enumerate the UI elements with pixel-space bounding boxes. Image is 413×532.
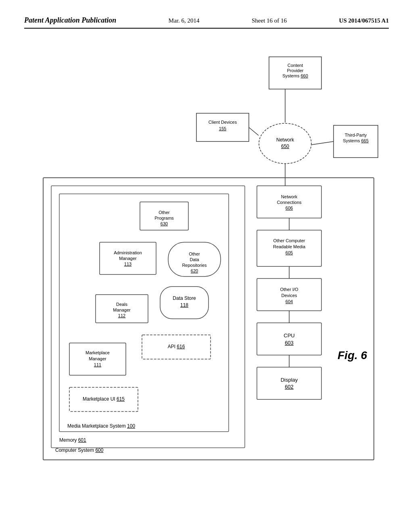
svg-text:Display: Display xyxy=(281,377,298,383)
svg-text:Media Marketplace System 100: Media Marketplace System 100 xyxy=(67,423,135,429)
svg-text:113: 113 xyxy=(124,262,131,266)
svg-text:605: 605 xyxy=(286,250,293,255)
svg-text:Memory 601: Memory 601 xyxy=(59,437,86,443)
svg-text:Repositories: Repositories xyxy=(182,263,207,268)
svg-text:Third-Party: Third-Party xyxy=(345,133,367,137)
svg-text:111: 111 xyxy=(94,362,101,367)
svg-text:Fig. 6: Fig. 6 xyxy=(338,349,367,362)
svg-text:Manager: Manager xyxy=(89,356,106,361)
svg-text:155: 155 xyxy=(219,126,226,131)
svg-text:Network: Network xyxy=(276,137,294,143)
header-date: Mar. 6, 2014 xyxy=(169,17,200,24)
svg-text:API 616: API 616 xyxy=(168,344,185,349)
svg-text:Manager: Manager xyxy=(113,308,131,312)
svg-text:Manager: Manager xyxy=(119,256,137,261)
svg-text:Systems 665: Systems 665 xyxy=(343,138,369,143)
svg-text:Other: Other xyxy=(189,251,200,256)
svg-text:650: 650 xyxy=(281,143,289,149)
svg-text:620: 620 xyxy=(191,268,198,273)
svg-text:Readable Media: Readable Media xyxy=(273,244,306,249)
svg-text:Network: Network xyxy=(281,194,298,199)
svg-text:630: 630 xyxy=(161,221,168,226)
header: Patent Application Publication Mar. 6, 2… xyxy=(24,16,389,29)
svg-text:Administration: Administration xyxy=(114,250,142,255)
svg-text:Marketplace: Marketplace xyxy=(86,350,110,355)
svg-line-15 xyxy=(312,141,334,145)
svg-text:Marketplace UI 615: Marketplace UI 615 xyxy=(83,396,125,402)
svg-rect-17 xyxy=(43,178,374,460)
svg-text:Deals: Deals xyxy=(116,302,128,307)
header-sheet: Sheet 16 of 16 xyxy=(252,17,287,24)
svg-text:Programs: Programs xyxy=(154,216,174,220)
svg-text:Other I/O: Other I/O xyxy=(280,287,298,292)
svg-text:118: 118 xyxy=(180,302,188,308)
svg-text:602: 602 xyxy=(285,384,294,390)
svg-text:Devices: Devices xyxy=(281,293,297,298)
svg-rect-0 xyxy=(269,57,321,89)
svg-text:Data Store: Data Store xyxy=(173,295,196,301)
header-patent: US 2014/067515 A1 xyxy=(339,17,389,24)
svg-text:603: 603 xyxy=(285,340,294,346)
diagram-svg: Content Provider Systems 660 Third-Party… xyxy=(31,41,382,484)
svg-text:Other Computer: Other Computer xyxy=(273,238,305,243)
svg-text:CPU: CPU xyxy=(284,332,294,339)
svg-text:Other: Other xyxy=(159,210,170,215)
header-title: Patent Application Publication xyxy=(24,16,116,25)
svg-text:Connections: Connections xyxy=(277,200,302,205)
svg-text:604: 604 xyxy=(286,299,293,304)
page: Patent Application Publication Mar. 6, 2… xyxy=(0,0,413,532)
svg-text:Provider: Provider xyxy=(287,68,304,73)
svg-text:Content: Content xyxy=(288,63,303,68)
svg-text:Data: Data xyxy=(190,257,199,262)
svg-line-14 xyxy=(249,127,259,135)
svg-text:Client Devices: Client Devices xyxy=(209,120,237,125)
diagram-area: Content Provider Systems 660 Third-Party… xyxy=(31,41,382,484)
svg-rect-64 xyxy=(257,323,321,355)
svg-text:112: 112 xyxy=(118,313,125,318)
svg-rect-67 xyxy=(257,367,321,399)
svg-text:Systems 660: Systems 660 xyxy=(282,73,308,78)
svg-text:Computer System 600: Computer System 600 xyxy=(55,447,104,453)
svg-text:606: 606 xyxy=(286,206,293,210)
